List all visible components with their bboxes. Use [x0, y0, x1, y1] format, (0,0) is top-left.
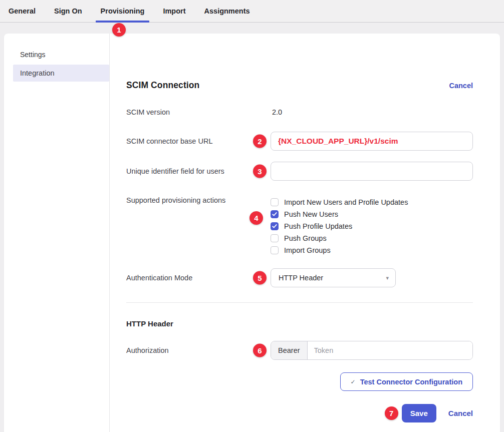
unique-identifier-input[interactable]: [271, 162, 473, 181]
step-badge-1: 1: [112, 23, 126, 37]
checkbox-push-groups[interactable]: Push Groups: [271, 232, 473, 244]
tab-general[interactable]: General: [9, 0, 36, 22]
section-divider: [126, 302, 473, 303]
check-icon: [272, 212, 277, 217]
base-url-label: SCIM connector base URL: [126, 137, 271, 145]
sidebar-item-integration[interactable]: Integration: [13, 65, 109, 82]
bearer-prefix: Bearer: [271, 341, 308, 359]
base-url-input[interactable]: [271, 132, 473, 151]
checkbox-label: Push Profile Updates: [284, 222, 352, 230]
step-badge-6: 6: [253, 344, 267, 357]
scim-version-row: SCIM version 2.0: [126, 108, 473, 117]
provisioning-card: Settings Integration SCIM Connection Can…: [4, 34, 500, 432]
test-connector-button[interactable]: ✓ Test Connector Configuration: [340, 372, 473, 391]
token-input[interactable]: [308, 341, 472, 359]
checkbox-push-new-users[interactable]: Push New Users: [271, 208, 473, 220]
checkbox-icon[interactable]: [271, 234, 279, 242]
authorization-input-group: Bearer: [271, 341, 473, 360]
authentication-mode-row: Authentication Mode 5 HTTP Header ▾: [126, 268, 473, 287]
authentication-mode-value: HTTP Header: [279, 274, 323, 282]
tab-assignments[interactable]: Assignments: [204, 0, 250, 22]
footer-actions-row: 7 Save Cancel: [126, 404, 473, 422]
scim-version-value: 2.0: [271, 108, 282, 116]
http-header-section-heading: HTTP Header: [126, 319, 473, 328]
step-badge-3: 3: [253, 165, 267, 178]
step-badge-5: 5: [253, 271, 267, 285]
tab-import[interactable]: Import: [163, 0, 185, 22]
checkbox-import-groups[interactable]: Import Groups: [271, 244, 473, 256]
tab-sign-on[interactable]: Sign On: [54, 0, 82, 22]
checkbox-label: Push New Users: [284, 210, 338, 218]
authentication-mode-label: Authentication Mode: [126, 274, 271, 282]
tab-provisioning[interactable]: Provisioning: [101, 0, 145, 22]
checkbox-label: Import Groups: [284, 246, 331, 254]
check-icon: ✓: [351, 378, 356, 385]
authorization-row: Authorization 6 Bearer: [126, 341, 473, 360]
app-tab-bar: General Sign On Provisioning Import Assi…: [0, 0, 504, 23]
checkbox-icon[interactable]: [271, 246, 279, 254]
checkbox-import-new-users[interactable]: Import New Users and Profile Updates: [271, 196, 473, 208]
authorization-label: Authorization: [126, 346, 271, 354]
step-badge-4: 4: [249, 211, 263, 225]
chevron-down-icon: ▾: [386, 275, 389, 281]
cancel-button-bottom[interactable]: Cancel: [448, 409, 473, 417]
check-icon: [272, 224, 277, 229]
base-url-row: SCIM connector base URL 2: [126, 132, 473, 151]
checkbox-icon[interactable]: [271, 198, 279, 206]
test-connector-label: Test Connector Configuration: [360, 378, 462, 386]
test-connector-row: ✓ Test Connector Configuration: [126, 372, 473, 391]
provisioning-actions-row: Supported provisioning actions 4 Import …: [126, 194, 473, 256]
checkbox-push-profile-updates[interactable]: Push Profile Updates: [271, 220, 473, 232]
checkbox-icon[interactable]: [271, 222, 279, 230]
checkbox-label: Push Groups: [284, 234, 327, 242]
save-button[interactable]: Save: [402, 404, 436, 422]
unique-identifier-label: Unique identifier field for users: [126, 167, 271, 175]
scim-connection-panel: SCIM Connection Cancel SCIM version 2.0 …: [110, 34, 500, 432]
authentication-mode-select[interactable]: HTTP Header ▾: [271, 268, 396, 287]
settings-sidebar: Settings Integration: [4, 34, 110, 432]
step-badge-2: 2: [253, 135, 267, 148]
panel-title: SCIM Connection: [126, 80, 199, 91]
checkbox-label: Import New Users and Profile Updates: [284, 198, 408, 206]
step-badge-7: 7: [385, 406, 398, 420]
cancel-link-top[interactable]: Cancel: [449, 82, 473, 90]
scim-version-label: SCIM version: [126, 108, 271, 116]
sidebar-heading: Settings: [4, 51, 109, 65]
checkbox-icon[interactable]: [271, 210, 279, 218]
unique-identifier-row: Unique identifier field for users 3: [126, 162, 473, 181]
provisioning-actions-label: Supported provisioning actions: [126, 194, 271, 204]
